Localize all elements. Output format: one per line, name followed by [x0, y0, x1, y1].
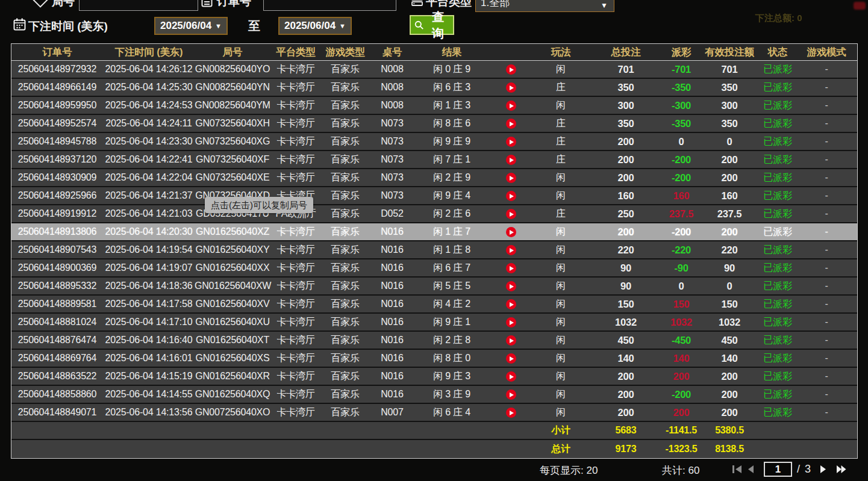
table-row[interactable]: 2506041488490712025-06-04 14:13:56GN0072…: [11, 404, 857, 422]
replay-icon[interactable]: [506, 263, 516, 273]
query-button[interactable]: 查询: [410, 15, 454, 35]
cell-order-id: 250604148876474: [11, 335, 103, 346]
header-result: 结果: [415, 46, 489, 59]
table-row[interactable]: 2506041489729322025-06-04 14:26:12GN0082…: [11, 61, 857, 79]
table-row[interactable]: 2506041488764742025-06-04 14:16:40GN0162…: [11, 332, 857, 350]
replay-icon[interactable]: [506, 155, 516, 165]
cell-result: 闲 2 庄 9: [415, 172, 489, 184]
cell-order-id: 250604148930909: [11, 172, 103, 183]
replay-icon[interactable]: [506, 281, 516, 291]
replay-icon[interactable]: [506, 299, 516, 309]
cell-result: 闲 9 庄 4: [415, 190, 489, 202]
cell-replay: [489, 208, 533, 219]
cell-round-id[interactable]: GN016256040XQ: [195, 389, 270, 400]
table-row[interactable]: 2506041489371202025-06-04 14:22:41GN0732…: [11, 151, 857, 169]
cell-round-id[interactable]: GN016256040XV: [195, 299, 270, 309]
cell-order-id: 250604148913806: [11, 226, 103, 237]
cell-round-id[interactable]: GN073256040XE: [195, 172, 270, 183]
cell-result: 闲 3 庄 9: [415, 388, 489, 401]
cell-payout: -200: [663, 172, 699, 184]
replay-icon[interactable]: [506, 137, 516, 147]
replay-icon[interactable]: [506, 371, 516, 382]
table-row[interactable]: 2506041488895812025-06-04 14:17:58GN0162…: [11, 296, 857, 314]
cell-bet-type: 闲: [533, 334, 589, 347]
table-row[interactable]: 2506041488588602025-06-04 14:14:55GN0162…: [11, 386, 857, 404]
cell-game-type: 百家乐: [321, 63, 369, 76]
cell-order-id: 250604148907543: [11, 244, 103, 255]
cell-round-id[interactable]: GN016256040XT: [195, 335, 270, 346]
cell-round-id[interactable]: GN016256040XU: [195, 317, 270, 327]
cell-bet-type: 闲: [533, 298, 589, 311]
cell-round-id[interactable]: GN016256040XS: [195, 353, 270, 364]
date-from-select[interactable]: 2025/06/04 ▼: [154, 17, 228, 35]
replay-icon[interactable]: [506, 389, 516, 400]
table-row[interactable]: 2506041489003692025-06-04 14:19:07GN0162…: [11, 259, 857, 278]
cell-result: 闲 2 庄 6: [415, 208, 489, 220]
first-page-icon[interactable]: [732, 465, 742, 474]
cell-game-mode: -: [796, 82, 857, 93]
table-row[interactable]: 2506041489309092025-06-04 14:22:04GN0732…: [11, 169, 857, 187]
next-page-icon[interactable]: [820, 465, 826, 474]
table-row[interactable]: 2506041489259662025-06-04 14:21:37GN0732…: [11, 187, 857, 205]
table-row[interactable]: 2506041488635222025-06-04 14:15:19GN0162…: [11, 368, 857, 386]
cell-replay: [489, 226, 533, 237]
cell-game-type: 百家乐: [321, 99, 369, 112]
cell-round-id[interactable]: GN016256040XX: [195, 262, 270, 273]
cell-round-id[interactable]: GN073256040XG: [195, 136, 270, 147]
cell-round-id[interactable]: GN016256040XW: [195, 281, 270, 291]
table-row[interactable]: 2506041489457882025-06-04 14:23:30GN0732…: [11, 133, 857, 151]
order-number-input[interactable]: [263, 0, 396, 11]
cell-total-bet: 140: [589, 353, 663, 364]
replay-icon[interactable]: [506, 335, 516, 346]
table-row[interactable]: 2506041489661492025-06-04 14:25:30GN0082…: [11, 79, 857, 97]
table-row[interactable]: 2506041488697642025-06-04 14:16:01GN0162…: [11, 350, 857, 368]
replay-icon[interactable]: [506, 408, 516, 418]
date-to-select[interactable]: 2025/06/04 ▼: [278, 17, 352, 35]
platform-type-select[interactable]: 1.全部 ▼: [475, 0, 614, 12]
table-row[interactable]: 2506041489599502025-06-04 14:24:53GN0082…: [11, 97, 857, 115]
replay-icon[interactable]: [506, 317, 516, 327]
replay-icon[interactable]: [506, 119, 516, 129]
cell-valid-bet: 0: [699, 136, 760, 147]
total-row: 总计 9173 -1323.5 8138.5: [11, 440, 857, 458]
cell-game-type: 百家乐: [321, 135, 369, 148]
replay-icon[interactable]: [506, 353, 516, 364]
cell-round-id[interactable]: GN016256040XZ: [195, 226, 270, 237]
cell-round-id[interactable]: GN073256040XF: [195, 154, 270, 165]
page-number-input[interactable]: 1: [764, 462, 792, 477]
cell-game-mode: -: [796, 172, 857, 183]
cell-table-no: N016: [369, 281, 415, 291]
replay-icon[interactable]: [506, 173, 516, 183]
cell-result: 闲 6 庄 4: [415, 406, 489, 419]
replay-icon[interactable]: [506, 227, 516, 237]
cell-round-id[interactable]: GN016256040XR: [195, 371, 270, 382]
cell-round-id[interactable]: GN073256040XH: [195, 118, 270, 129]
replay-icon[interactable]: [506, 82, 516, 93]
table-row[interactable]: 2506041489075432025-06-04 14:19:54GN0162…: [11, 241, 857, 259]
cell-result: 闲 6 庄 7: [415, 262, 489, 275]
replay-icon[interactable]: [506, 101, 516, 111]
replay-icon[interactable]: [506, 209, 516, 219]
table-row[interactable]: 2506041489138062025-06-04 14:20:30GN0162…: [11, 223, 857, 241]
table-row[interactable]: 2506041489199122025-06-04 14:21:03GD0522…: [11, 205, 857, 223]
last-page-icon[interactable]: [836, 465, 846, 474]
replay-icon[interactable]: [506, 64, 516, 75]
cell-round-id[interactable]: GN008256040YM: [195, 100, 270, 111]
cell-valid-bet: 200: [699, 226, 760, 238]
cell-result: 闲 6 庄 3: [415, 81, 489, 94]
cell-round-id[interactable]: GN008256040YO: [195, 64, 270, 75]
prev-page-icon[interactable]: [748, 465, 754, 474]
cell-payout: -450: [663, 335, 699, 346]
cell-round-id[interactable]: GN008256040YN: [195, 82, 270, 93]
cell-bet-type: 闲: [533, 63, 589, 76]
cell-bet-type: 庄: [533, 135, 589, 148]
cell-round-id[interactable]: GN016256040XY: [195, 244, 270, 255]
replay-icon[interactable]: [506, 245, 516, 255]
replay-icon[interactable]: [506, 191, 516, 201]
cell-table-no: D052: [369, 208, 415, 219]
round-number-input[interactable]: [79, 0, 198, 11]
table-row[interactable]: 2506041488810242025-06-04 14:17:10GN0162…: [11, 314, 857, 332]
table-row[interactable]: 2506041488953322025-06-04 14:18:36GN0162…: [11, 278, 857, 296]
table-row[interactable]: 2506041489525742025-06-04 14:24:11GN0732…: [11, 115, 857, 133]
cell-round-id[interactable]: GN007256040XO: [195, 407, 270, 418]
